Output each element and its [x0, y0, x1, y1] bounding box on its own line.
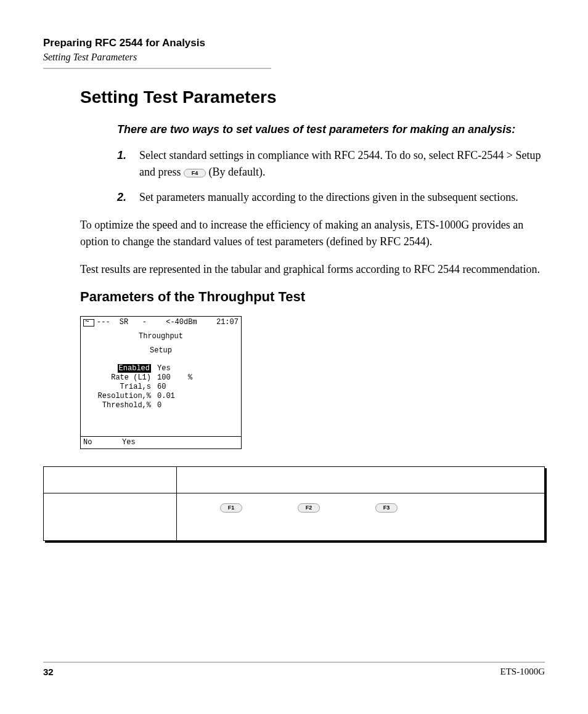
- status-dashes: ---: [97, 318, 110, 327]
- table-cell-desc: F1 F2 F3: [177, 493, 545, 541]
- f1-key-icon: F1: [220, 503, 242, 513]
- footer-rule: [43, 662, 545, 663]
- device-screenshot: --- SR - <-40dBm 21:07 Throughput Setup …: [80, 316, 242, 449]
- header-rule: [43, 68, 271, 69]
- section-name: Setting Test Parameters: [43, 52, 545, 63]
- param-thresh-value: 0: [157, 401, 188, 410]
- steps-list: Select standard settings in compliance w…: [117, 147, 545, 206]
- status-time: 21:07: [216, 318, 239, 327]
- screen-title-1: Throughput: [83, 332, 239, 341]
- softkey-yes: Yes: [122, 438, 161, 447]
- status-dash: -: [142, 318, 147, 327]
- page-number: 32: [43, 667, 54, 677]
- softkey-bar: No Yes: [81, 436, 241, 448]
- param-res-label: Resolution,%: [83, 392, 157, 401]
- step-1-text-b: (By default).: [208, 166, 265, 178]
- step-2: Set parameters manually according to the…: [117, 189, 545, 206]
- chapter-title: Preparing RFC 2544 for Analysis: [43, 37, 545, 49]
- f4-key-icon: F4: [184, 169, 206, 178]
- body-para-1: To optimize the speed and to increase th…: [80, 217, 545, 250]
- page-footer: 32 ETS-1000G: [43, 662, 545, 677]
- running-header: Preparing RFC 2544 for Analysis Setting …: [43, 37, 545, 63]
- status-bar: --- SR - <-40dBm 21:07: [81, 317, 241, 328]
- f3-key-icon: F3: [375, 503, 398, 513]
- status-dbm: <-40dBm: [166, 318, 197, 327]
- status-sr: SR: [120, 318, 128, 327]
- lead-text: There are two ways to set values of test…: [117, 122, 545, 137]
- param-enabled-value: Yes: [157, 364, 188, 373]
- table-header-2: [177, 467, 545, 493]
- param-trial-label: Trial,s: [83, 383, 157, 392]
- param-trial-value: 60: [157, 383, 188, 392]
- parameter-table: F1 F2 F3: [43, 466, 545, 541]
- subsection-title: Parameters of the Throughput Test: [80, 289, 545, 305]
- table-cell-label: [44, 493, 177, 541]
- step-1: Select standard settings in compliance w…: [117, 147, 545, 181]
- screen-title-2: Setup: [83, 346, 239, 355]
- softkey-no: No: [83, 438, 122, 447]
- param-enabled-label: Enabled: [118, 364, 151, 373]
- param-thresh-label: Threshold,%: [83, 401, 157, 410]
- param-rate-value: 100: [157, 373, 188, 383]
- table-header-1: [44, 467, 177, 493]
- param-rate-label: Rate (L1): [83, 373, 157, 383]
- f2-key-icon: F2: [298, 503, 320, 513]
- page-title: Setting Test Parameters: [80, 87, 545, 107]
- param-res-value: 0.01: [157, 392, 188, 401]
- body-para-2: Test results are represented in the tabu…: [80, 261, 545, 278]
- product-name: ETS-1000G: [500, 667, 545, 677]
- param-rate-unit: %: [188, 373, 192, 383]
- link-icon: [83, 319, 94, 327]
